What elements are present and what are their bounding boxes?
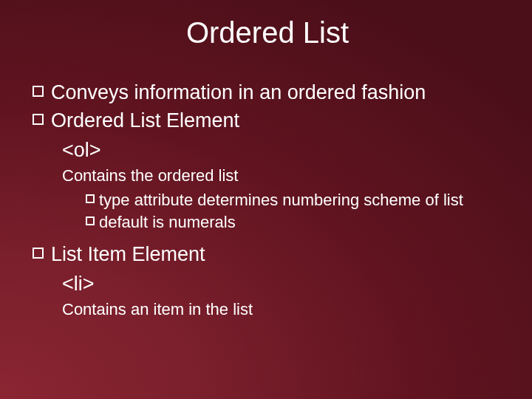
- slide-title: Ordered List: [33, 16, 502, 50]
- bullet-item: Conveys information in an ordered fashio…: [33, 81, 502, 106]
- square-bullet-icon: [33, 114, 44, 125]
- sub-bullet-text: Contains the ordered list: [62, 165, 502, 187]
- bullet-item: List Item Element: [33, 242, 502, 267]
- slide: Ordered List Conveys information in an o…: [0, 0, 532, 399]
- sub-bullet-text: <ol>: [62, 137, 502, 163]
- nested-bullet-item: default is numerals: [86, 212, 502, 233]
- nested-bullet-item: type attribute determines numbering sche…: [86, 190, 502, 211]
- bullet-text: Conveys information in an ordered fashio…: [51, 81, 426, 106]
- bullet-text: List Item Element: [51, 242, 205, 267]
- nested-bullet-text: type attribute determines numbering sche…: [99, 190, 463, 211]
- nested-bullet-text: default is numerals: [99, 212, 236, 233]
- square-bullet-icon: [33, 86, 44, 97]
- square-bullet-icon: [86, 216, 95, 225]
- sub-bullet-text: <li>: [62, 270, 502, 297]
- sub-bullet-text: Contains an item in the list: [62, 299, 502, 321]
- square-bullet-icon: [86, 194, 95, 203]
- bullet-item: Ordered List Element: [33, 109, 502, 134]
- square-bullet-icon: [33, 248, 44, 259]
- bullet-text: Ordered List Element: [51, 109, 239, 134]
